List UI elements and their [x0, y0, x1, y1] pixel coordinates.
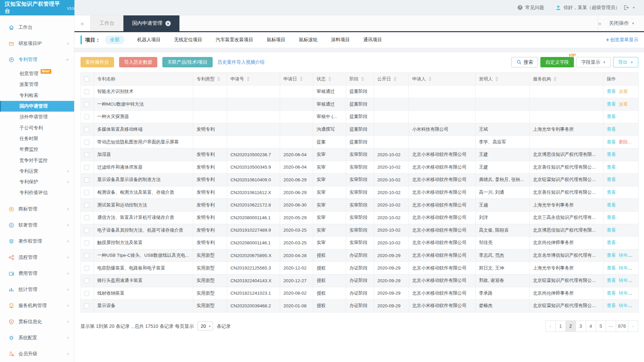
sort-icon[interactable]: [394, 77, 396, 81]
renew-annuity-link[interactable]: 转年费: [619, 253, 633, 258]
view-link[interactable]: 查看: [607, 228, 616, 233]
sidebar-item-patent-operation[interactable]: 专利运营›: [0, 166, 74, 177]
sidebar-item-case-assign-mgmt[interactable]: 派案管理: [0, 79, 74, 90]
prev-page-button[interactable]: ‹: [545, 320, 556, 332]
sort-icon[interactable]: [300, 77, 303, 81]
sidebar-item-patent-valuation[interactable]: 专利价值评估: [0, 187, 74, 198]
row-checkbox[interactable]: [84, 291, 89, 296]
view-link[interactable]: 查看: [607, 291, 616, 296]
row-checkbox[interactable]: [84, 140, 89, 145]
page-button-5[interactable]: 5: [596, 320, 606, 332]
view-link[interactable]: 查看: [607, 152, 616, 157]
view-link[interactable]: 查看: [607, 240, 616, 245]
page-button-4[interactable]: 4: [586, 320, 596, 332]
view-link[interactable]: 查看: [607, 177, 616, 182]
page-button-3[interactable]: 3: [576, 320, 586, 332]
sidebar-item-subsidiary-patent[interactable]: 子公司专利: [0, 122, 74, 133]
view-link[interactable]: 查看: [607, 253, 616, 258]
view-link[interactable]: 查看: [607, 190, 616, 195]
tabs-scroll-left-button[interactable]: «: [74, 15, 91, 31]
row-checkbox[interactable]: [84, 215, 89, 220]
view-link[interactable]: 查看: [607, 265, 616, 270]
project-filter-option-5[interactable]: 鼠标滚轮: [298, 36, 318, 44]
select-all-checkbox[interactable]: [84, 76, 89, 81]
row-checkbox[interactable]: [84, 127, 89, 132]
view-link[interactable]: 查看: [607, 127, 616, 132]
view-link[interactable]: 查看: [607, 215, 616, 220]
sidebar-item-works-copyright-mgmt[interactable]: 著作权管理›: [0, 233, 74, 249]
sidebar-item-task-deadline[interactable]: 任务时限: [0, 133, 74, 144]
row-checkbox[interactable]: [84, 89, 89, 94]
sidebar-item-process-mgmt[interactable]: 流程管理›: [0, 249, 74, 265]
sidebar-item-agency-mgmt[interactable]: 服务机构管理›: [0, 298, 74, 314]
custom-fields-button[interactable]: 自定义字段 VIP: [540, 57, 574, 67]
view-link[interactable]: 查看: [607, 165, 616, 170]
sidebar-item-patent-protection[interactable]: 专利保护›: [0, 177, 74, 187]
sidebar-item-software-copyright-mgmt[interactable]: C软著管理›: [0, 217, 74, 233]
page-button-2[interactable]: 2: [566, 320, 576, 332]
create-menu-link[interactable]: + 创造菜单显示: [606, 37, 638, 43]
project-filter-option-0[interactable]: 全部: [105, 36, 124, 44]
assign-link[interactable]: 派案: [619, 102, 628, 107]
row-checkbox[interactable]: [84, 266, 89, 271]
tab-close-icon[interactable]: ×: [165, 21, 171, 26]
export-dropdown[interactable]: 导出 ▼: [613, 57, 638, 67]
view-link[interactable]: 查看: [607, 202, 616, 207]
project-filter-option-4[interactable]: 鼠标项目: [266, 36, 286, 44]
link-product-tech-project-button[interactable]: 关联产品/技术/项目: [162, 57, 213, 67]
sort-icon[interactable]: [429, 77, 431, 81]
view-link[interactable]: 查看: [607, 89, 616, 94]
row-checkbox[interactable]: [84, 203, 89, 208]
project-filter-option-6[interactable]: 涂料项目: [330, 36, 351, 44]
row-checkbox[interactable]: [84, 114, 89, 119]
delete-link[interactable]: 删除...: [619, 139, 632, 144]
sort-icon[interactable]: [247, 77, 250, 81]
page-button-876[interactable]: 876: [616, 320, 628, 332]
page-size-select[interactable]: 20 ▲: [198, 321, 213, 330]
row-checkbox[interactable]: [84, 190, 89, 195]
row-checkbox[interactable]: [84, 165, 89, 170]
row-checkbox[interactable]: [84, 152, 89, 157]
sidebar-item-system-config[interactable]: 系统配置›: [0, 330, 74, 346]
sidebar-item-workbench[interactable]: 工作台: [0, 19, 74, 36]
view-link[interactable]: 查看: [607, 114, 616, 119]
sidebar-item-competitor-monitor[interactable]: 竞争对手监控: [0, 155, 74, 166]
renew-annuity-link[interactable]: 转年费: [619, 291, 633, 296]
sort-icon[interactable]: [328, 77, 331, 81]
sort-icon[interactable]: [217, 77, 220, 81]
field-display-dropdown[interactable]: 字段显示 ▼: [576, 57, 611, 67]
sidebar-item-patent-mgmt[interactable]: P专利管理›: [0, 52, 74, 68]
sidebar-item-fee-mgmt[interactable]: 费用管理›: [0, 265, 74, 282]
view-link[interactable]: 查看: [607, 303, 616, 308]
assign-link[interactable]: 派案: [619, 89, 628, 94]
row-checkbox[interactable]: [84, 228, 89, 233]
row-checkbox[interactable]: [84, 240, 89, 245]
sidebar-item-trademark-mgmt[interactable]: R商标管理›: [0, 201, 74, 217]
history-import-video-link[interactable]: 历史案件导入视频介绍: [218, 59, 265, 65]
close-operations-dropdown[interactable]: 关闭操作 ▼: [609, 20, 635, 26]
tab-domestic-application[interactable]: 国内申请管理 ×: [123, 15, 179, 31]
tab-workbench[interactable]: 工作台: [91, 15, 123, 31]
sidebar-item-statistics-mgmt[interactable]: 统计管理›: [0, 282, 74, 298]
sidebar-item-foreign-application-mgmt[interactable]: 涉外申请管理: [0, 112, 74, 122]
tabs-scroll-right-button[interactable]: »: [598, 20, 602, 27]
row-checkbox[interactable]: [84, 177, 89, 182]
renew-annuity-link[interactable]: 转年费: [619, 278, 633, 283]
view-link[interactable]: 查看: [607, 139, 616, 144]
sidebar-item-patent-search[interactable]: 专利检索: [0, 90, 74, 101]
import-history-button[interactable]: 导入历史数据: [119, 57, 157, 67]
row-checkbox[interactable]: [84, 102, 89, 107]
sidebar-item-annuity-monitor[interactable]: 年费监控: [0, 144, 74, 155]
sidebar-item-member-upgrade[interactable]: 会员升级›: [0, 346, 74, 362]
sort-icon[interactable]: [361, 77, 364, 81]
faq-link[interactable]: ? 常见问题: [517, 5, 544, 11]
renew-annuity-link[interactable]: 转年费: [619, 303, 633, 308]
sidebar-item-idea-mgmt[interactable]: 创意管理New!: [0, 68, 74, 79]
sidebar-item-rd-project-ip[interactable]: 研发项目IP›: [0, 36, 74, 52]
search-button[interactable]: 搜索: [511, 57, 538, 67]
user-menu[interactable]: 你好，某某（超级管理员）: [555, 5, 620, 11]
sidebar-item-standards-info[interactable]: 标贯标信息化›: [0, 314, 74, 330]
next-page-button[interactable]: ›: [628, 320, 638, 332]
page-button-1[interactable]: 1: [555, 320, 566, 332]
case-console-button[interactable]: 案件操作台: [80, 57, 114, 67]
